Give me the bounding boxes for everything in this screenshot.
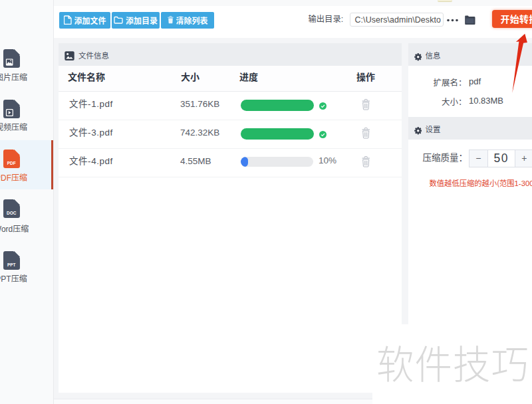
svg-text:PPT: PPT [7,262,16,267]
svg-text:PDF: PDF [7,161,16,165]
svg-text:DOC: DOC [7,211,17,215]
